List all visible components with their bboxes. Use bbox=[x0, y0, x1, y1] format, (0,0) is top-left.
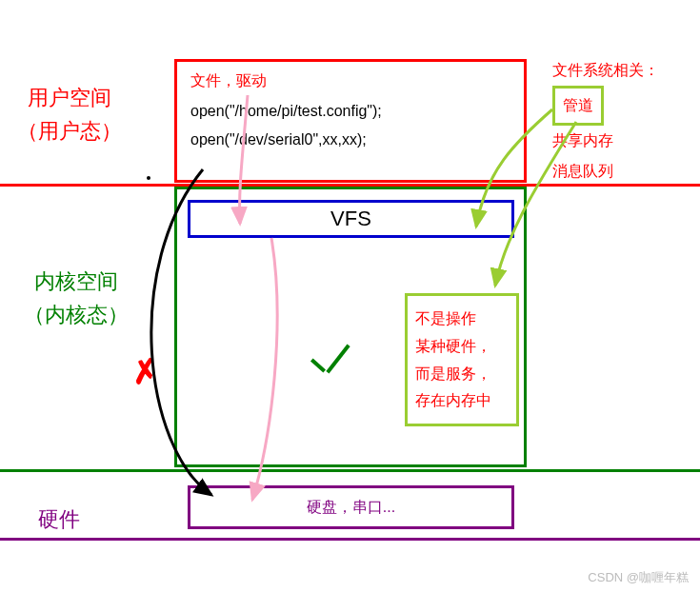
cross-mark-icon: ✗ bbox=[129, 350, 160, 392]
code-line-2: open("/dev/serial0",xx,xx); bbox=[190, 126, 510, 154]
note-line2: 某种硬件， bbox=[415, 333, 509, 361]
check-mark-icon bbox=[310, 343, 357, 381]
user-space-label: 用户空间 （用户态） bbox=[17, 81, 122, 148]
vfs-box: VFS bbox=[188, 200, 514, 238]
dot-icon bbox=[147, 176, 150, 180]
fs-item-mq: 消息队列 bbox=[552, 156, 659, 187]
note-line3: 而是服务， bbox=[415, 361, 509, 388]
note-line4: 存在内存中 bbox=[415, 387, 509, 415]
user-space-line1: 用户空间 bbox=[28, 86, 111, 109]
kernel-space-line2: （内核态） bbox=[24, 303, 129, 326]
note-line1: 不是操作 bbox=[415, 306, 509, 333]
kernel-space-label: 内核空间 （内核态） bbox=[24, 265, 129, 331]
memory-service-note: 不是操作 某种硬件， 而是服务， 存在内存中 bbox=[405, 293, 519, 426]
user-space-line2: （用户态） bbox=[17, 119, 122, 143]
filesystem-related-list: 文件系统相关： 管道 共享内存 消息队列 bbox=[552, 55, 659, 187]
hardware-label: 硬件 bbox=[38, 503, 80, 536]
fs-item-pipe: 管道 bbox=[552, 86, 604, 126]
hardware-bottom-divider bbox=[0, 538, 700, 541]
fs-title: 文件系统相关： bbox=[552, 55, 659, 86]
code-line-1: open("/home/pi/test.config"); bbox=[190, 97, 510, 126]
kernel-space-line1: 内核空间 bbox=[34, 269, 118, 293]
user-box-header: 文件，驱动 bbox=[190, 71, 510, 91]
user-space-box: 文件，驱动 open("/home/pi/test.config"); open… bbox=[174, 59, 527, 183]
watermark: CSDN @咖喱年糕 bbox=[588, 569, 689, 586]
kernel-hardware-divider bbox=[0, 469, 700, 472]
hardware-box: 硬盘，串口... bbox=[188, 485, 514, 529]
fs-item-shm: 共享内存 bbox=[552, 126, 659, 156]
